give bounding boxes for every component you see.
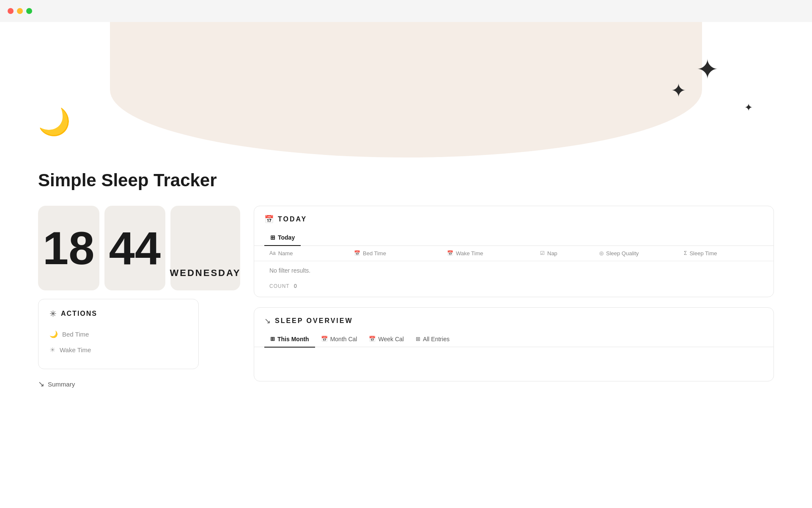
hours-box: 18 xyxy=(38,206,99,290)
this-month-tab-icon: ⊞ xyxy=(270,336,275,342)
col-header-nap: ☑ Nap xyxy=(535,246,594,261)
action-bed-time[interactable]: 🌙 Bed Time xyxy=(49,326,187,342)
today-view-tabs: ⊞ Today xyxy=(254,230,774,246)
bedtime-col-label: Bed Time xyxy=(363,250,386,257)
clock-card: 18 44 WEDNESDAY xyxy=(38,206,240,290)
actions-card: ✳ ACTIONS 🌙 Bed Time ☀ Wake Time xyxy=(38,299,199,369)
minutes-box: 44 xyxy=(104,206,166,290)
tab-today[interactable]: ⊞ Today xyxy=(264,230,301,246)
tab-this-month[interactable]: ⊞ This Month xyxy=(264,331,315,348)
today-calendar-icon: 📅 xyxy=(264,215,274,224)
star-medium-icon: ✦ xyxy=(671,81,686,100)
moon-icon: 🌙 xyxy=(38,107,71,137)
all-entries-tab-label: All Entries xyxy=(423,336,450,342)
nap-col-icon: ☑ xyxy=(540,250,545,256)
tab-week-cal[interactable]: 📅 Week Cal xyxy=(363,331,409,348)
nap-col-label: Nap xyxy=(547,250,557,257)
name-col-label: Name xyxy=(278,250,293,257)
summary-link[interactable]: ↘ Summary xyxy=(38,379,240,389)
today-panel-header: 📅 TODAY xyxy=(254,206,774,230)
overview-content xyxy=(254,347,774,381)
titlebar xyxy=(0,0,812,22)
sleeptime-col-label: Sleep Time xyxy=(689,250,717,257)
summary-arrow-icon: ↘ xyxy=(38,379,44,389)
count-row: COUNT 0 xyxy=(254,280,774,297)
waketime-col-icon: 📅 xyxy=(447,250,453,256)
tab-month-cal[interactable]: 📅 Month Cal xyxy=(315,331,363,348)
page-title: Simple Sleep Tracker xyxy=(0,166,812,206)
hours-display: 18 xyxy=(43,225,94,271)
overview-panel-header: ↘ SLEEP OVERVIEW xyxy=(254,308,774,331)
star-large-icon: ✦ xyxy=(696,56,719,83)
bedtime-col-icon: 📅 xyxy=(354,250,360,256)
col-header-waketime: 📅 Wake Time xyxy=(442,246,535,261)
hero-section: 🌙 ✦ ✦ ✦ xyxy=(0,22,812,166)
col-header-sleeptime: Σ Sleep Time xyxy=(679,246,763,261)
today-tab-icon: ⊞ xyxy=(270,234,275,241)
actions-title: ACTIONS xyxy=(61,310,97,318)
today-panel-title: TODAY xyxy=(278,215,307,223)
sleeptime-col-icon: Σ xyxy=(684,250,687,256)
table-column-headers: Aa Name 📅 Bed Time 📅 Wake Time ☑ Nap ◎ xyxy=(254,246,774,261)
bed-time-label: Bed Time xyxy=(62,331,89,338)
minimize-button[interactable] xyxy=(17,8,23,14)
actions-sparkle-icon: ✳ xyxy=(49,309,57,319)
overview-view-tabs: ⊞ This Month 📅 Month Cal 📅 Week Cal ⊞ Al… xyxy=(254,331,774,348)
month-cal-tab-icon: 📅 xyxy=(321,336,328,342)
wake-time-label: Wake Time xyxy=(60,346,91,353)
quality-col-label: Sleep Quality xyxy=(606,250,639,257)
stars-decoration: ✦ ✦ ✦ xyxy=(696,56,719,83)
waketime-col-label: Wake Time xyxy=(456,250,483,257)
day-box: WEDNESDAY xyxy=(170,206,240,290)
sleep-overview-panel: ↘ SLEEP OVERVIEW ⊞ This Month 📅 Month Ca… xyxy=(254,307,774,382)
name-col-icon: Aa xyxy=(269,250,276,256)
actions-header: ✳ ACTIONS xyxy=(49,309,187,319)
action-wake-time[interactable]: ☀ Wake Time xyxy=(49,342,187,358)
no-results-message: No filter results. xyxy=(254,261,774,280)
month-cal-tab-label: Month Cal xyxy=(330,336,357,342)
today-panel: 📅 TODAY ⊞ Today Aa Name 📅 Bed Time xyxy=(254,206,774,297)
right-column: 📅 TODAY ⊞ Today Aa Name 📅 Bed Time xyxy=(254,206,774,389)
close-button[interactable] xyxy=(8,8,14,14)
col-header-quality: ◎ Sleep Quality xyxy=(594,246,679,261)
left-column: 18 44 WEDNESDAY ✳ ACTIONS 🌙 Bed Time ☀ W… xyxy=(38,206,240,389)
col-header-name: Aa Name xyxy=(264,246,349,261)
hero-blob xyxy=(110,22,702,157)
summary-label: Summary xyxy=(48,381,75,388)
count-value: 0 xyxy=(294,283,297,289)
wake-time-sun-icon: ☀ xyxy=(49,346,55,354)
week-cal-tab-icon: 📅 xyxy=(369,336,376,342)
day-display: WEDNESDAY xyxy=(170,268,241,279)
this-month-tab-label: This Month xyxy=(277,336,309,342)
bed-time-moon-icon: 🌙 xyxy=(49,330,58,338)
star-small-icon: ✦ xyxy=(744,102,753,113)
overview-panel-title: SLEEP OVERVIEW xyxy=(275,317,353,325)
col-header-bedtime: 📅 Bed Time xyxy=(349,246,442,261)
overview-arrow-icon: ↘ xyxy=(264,316,271,326)
tab-all-entries[interactable]: ⊞ All Entries xyxy=(410,331,455,348)
main-content: 18 44 WEDNESDAY ✳ ACTIONS 🌙 Bed Time ☀ W… xyxy=(0,206,812,389)
all-entries-tab-icon: ⊞ xyxy=(416,336,420,342)
week-cal-tab-label: Week Cal xyxy=(378,336,403,342)
maximize-button[interactable] xyxy=(26,8,32,14)
count-label: COUNT xyxy=(269,283,290,289)
minutes-display: 44 xyxy=(109,225,161,271)
quality-col-icon: ◎ xyxy=(599,250,604,256)
today-tab-label: Today xyxy=(278,234,295,241)
